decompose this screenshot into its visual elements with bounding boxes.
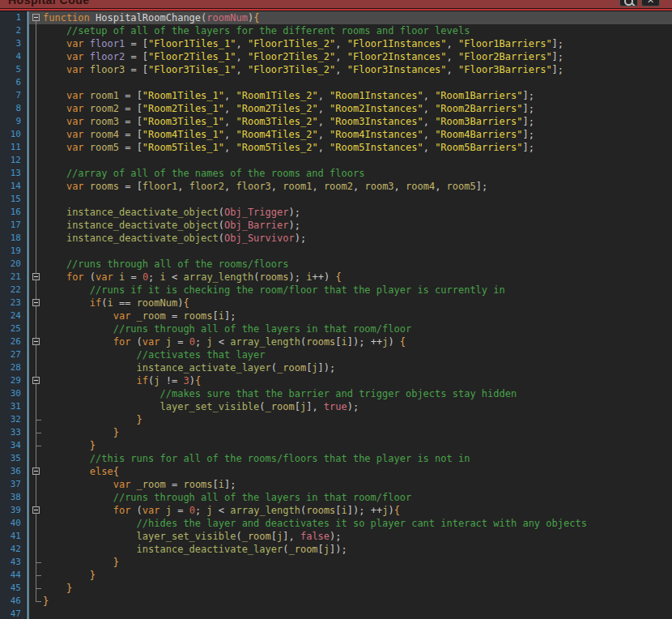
line-number[interactable]: 38 (0, 491, 26, 504)
code-line-text[interactable]: } (43, 582, 672, 595)
code-line-text[interactable]: var room3 = ["Room3Tiles_1", "Room3Tiles… (43, 115, 672, 128)
line-number[interactable]: 46 (0, 595, 26, 608)
code-line-text[interactable]: for (var j = 0; j < array_length(rooms[i… (43, 335, 672, 348)
search-button[interactable] (619, 0, 638, 6)
line-number[interactable]: 14 (0, 180, 26, 193)
code-line-text[interactable]: var floor3 = ["Floor3Tiles_1", "Floor3Ti… (43, 63, 672, 76)
line-number[interactable]: 1 (0, 11, 26, 24)
line-number[interactable]: 9 (0, 115, 26, 128)
code-line-text[interactable]: if(i == roomNum){ (43, 297, 672, 310)
code-line-text[interactable]: } (43, 439, 672, 452)
line-number[interactable]: 45 (0, 582, 26, 595)
line-number[interactable]: 16 (0, 206, 26, 219)
line-number[interactable]: 25 (0, 322, 26, 335)
line-number[interactable]: 36 (0, 465, 26, 478)
code-line-text[interactable]: var room1 = ["Room1Tiles_1", "Room1Tiles… (43, 89, 672, 102)
code-line-text[interactable] (43, 76, 672, 89)
code-line-text[interactable]: } (43, 426, 672, 439)
line-number[interactable]: 26 (0, 335, 26, 348)
line-number[interactable]: 6 (0, 76, 26, 89)
code-line-text[interactable]: var floor1 = ["Floor1Tiles_1", "Floor1Ti… (43, 37, 672, 50)
code-line-text[interactable]: } (43, 569, 672, 582)
code-line-text[interactable]: } (43, 556, 672, 569)
fold-toggle-button[interactable] (29, 297, 43, 310)
line-number[interactable]: 20 (0, 258, 26, 271)
line-number[interactable]: 41 (0, 530, 26, 543)
fold-collapse-icon[interactable] (32, 506, 40, 514)
line-number[interactable]: 21 (0, 271, 26, 284)
code-line-text[interactable]: instance_deactivate_object(Obj_Barrier); (43, 219, 672, 232)
fold-collapse-icon[interactable] (32, 467, 40, 475)
code-line-text[interactable]: if(j != 3){ (43, 374, 672, 387)
code-line-text[interactable]: //runs through all of the layers in that… (43, 491, 672, 504)
line-number[interactable]: 23 (0, 297, 26, 310)
code-line-text[interactable]: //makes sure that the barrier and trigge… (43, 387, 672, 400)
code-line-text[interactable]: instance_activate_layer(_room[j]); (43, 361, 672, 374)
code-editor[interactable]: 1function HospitalRoomChange(roomNum){2 … (0, 11, 672, 619)
fold-collapse-icon[interactable] (32, 273, 40, 280)
fold-collapse-icon[interactable] (32, 338, 40, 345)
line-number[interactable]: 40 (0, 517, 26, 530)
line-number[interactable]: 10 (0, 128, 26, 141)
line-number[interactable]: 33 (0, 426, 26, 439)
code-line-text[interactable]: var _room = rooms[i]; (43, 478, 672, 491)
fold-toggle-button[interactable] (29, 11, 43, 24)
code-line-text[interactable]: //setup of all of the layers for the dif… (43, 24, 672, 37)
code-line-text[interactable]: var _room = rooms[i]; (43, 310, 672, 322)
line-number[interactable]: 47 (0, 608, 26, 619)
line-number[interactable]: 7 (0, 89, 26, 102)
line-number[interactable]: 2 (0, 24, 26, 37)
code-line-text[interactable]: //array of all of the names of the rooms… (43, 167, 672, 180)
line-number[interactable]: 32 (0, 413, 26, 426)
line-number[interactable]: 29 (0, 374, 26, 387)
line-number[interactable]: 24 (0, 310, 26, 322)
line-number[interactable]: 15 (0, 193, 26, 206)
line-number[interactable]: 13 (0, 167, 26, 180)
code-line-text[interactable]: //runs if it is checking the room/floor … (43, 284, 672, 297)
code-line-text[interactable] (43, 193, 672, 206)
code-line-text[interactable]: else{ (43, 465, 672, 478)
fold-toggle-button[interactable] (29, 374, 43, 387)
line-number[interactable]: 35 (0, 452, 26, 465)
code-line-text[interactable]: instance_deactivate_object(Obj_Survivor)… (43, 232, 672, 245)
fold-collapse-icon[interactable] (32, 299, 40, 306)
code-line-text[interactable]: for (var i = 0; i < array_length(rooms);… (43, 271, 672, 284)
fold-toggle-button[interactable] (29, 465, 43, 478)
line-number[interactable]: 12 (0, 154, 26, 167)
fold-toggle-button[interactable] (29, 335, 43, 348)
line-number[interactable]: 34 (0, 439, 26, 452)
line-number[interactable]: 11 (0, 141, 26, 154)
line-number[interactable]: 37 (0, 478, 26, 491)
fold-collapse-icon[interactable] (32, 377, 40, 384)
line-number[interactable]: 42 (0, 543, 26, 556)
code-line-text[interactable]: var room2 = ["Room2Tiles_1", "Room2Tiles… (43, 102, 672, 115)
code-line-text[interactable]: //activates that layer (43, 348, 672, 361)
code-line-text[interactable]: } (43, 413, 672, 426)
code-line-text[interactable]: //runs through all of the layers in that… (43, 322, 672, 335)
code-line-text[interactable]: function HospitalRoomChange(roomNum){ (43, 11, 672, 24)
code-line-text[interactable]: instance_deactivate_layer(_room[j]); (43, 543, 672, 556)
code-line-text[interactable]: } (43, 595, 672, 608)
code-line-text[interactable]: var room5 = ["Room5Tiles_1", "Room5Tiles… (43, 141, 672, 154)
line-number[interactable]: 18 (0, 232, 26, 245)
code-line-text[interactable]: //runs through all of the rooms/floors (43, 258, 672, 271)
code-line-text[interactable] (43, 245, 672, 258)
code-line-text[interactable] (43, 154, 672, 167)
code-line-text[interactable]: //hides the layer and deactivates it so … (43, 517, 672, 530)
code-line-text[interactable] (43, 608, 672, 619)
line-number[interactable]: 5 (0, 63, 26, 76)
code-line-text[interactable]: for (var j = 0; j < array_length(rooms[i… (43, 504, 672, 517)
close-button[interactable]: ✕ (641, 0, 660, 6)
fold-toggle-button[interactable] (29, 271, 43, 284)
line-number[interactable]: 22 (0, 284, 26, 297)
fold-collapse-icon[interactable] (32, 14, 40, 21)
code-line-text[interactable]: //this runs for all of the rooms/floors … (43, 452, 672, 465)
code-line-text[interactable]: var rooms = [floor1, floor2, floor3, roo… (43, 180, 672, 193)
line-number[interactable]: 44 (0, 569, 26, 582)
line-number[interactable]: 27 (0, 348, 26, 361)
code-line-text[interactable]: layer_set_visible(_room[j], false); (43, 530, 672, 543)
code-line-text[interactable]: layer_set_visible(_room[j], true); (43, 400, 672, 413)
line-number[interactable]: 30 (0, 387, 26, 400)
line-number[interactable]: 17 (0, 219, 26, 232)
line-number[interactable]: 8 (0, 102, 26, 115)
